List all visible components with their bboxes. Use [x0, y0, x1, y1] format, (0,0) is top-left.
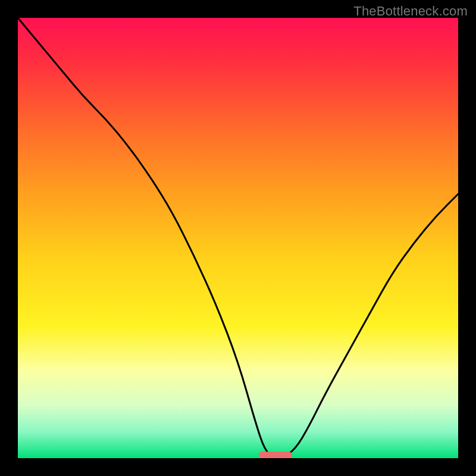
- plot-area: [18, 18, 458, 458]
- gradient-background: [18, 18, 458, 458]
- chart-frame: TheBottleneck.com: [0, 0, 476, 476]
- plot-svg: [18, 18, 458, 458]
- optimal-range-marker: [259, 452, 292, 458]
- watermark-label: TheBottleneck.com: [353, 4, 468, 19]
